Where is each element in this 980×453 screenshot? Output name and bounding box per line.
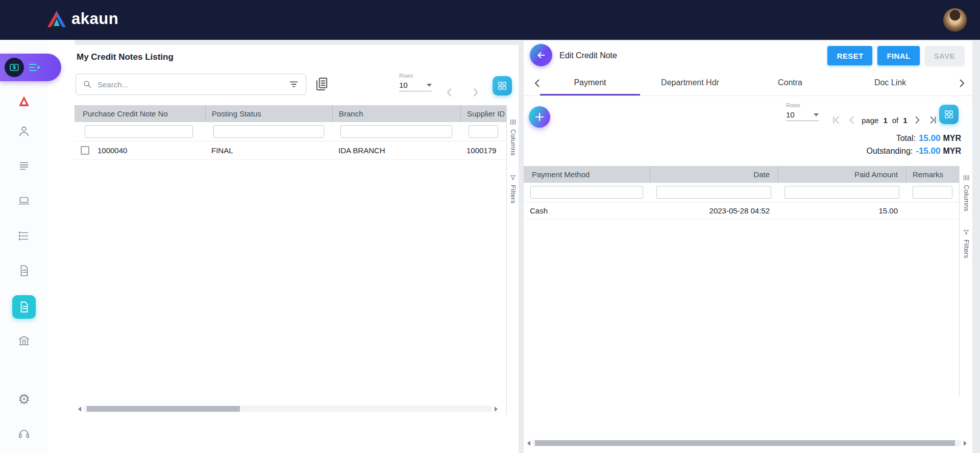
pagination: page 1 of 1 [831,113,938,127]
row-checkbox[interactable] [81,146,89,155]
sidebar-item-pdf[interactable] [14,91,34,111]
sidebar-item-documents[interactable] [14,260,34,281]
column-filter-input[interactable] [85,125,193,138]
columns-rail-button[interactable]: Columns [963,174,970,211]
sidebar-item-settings[interactable]: ⚙ [14,389,34,409]
sidebar-item-bank[interactable] [14,330,34,351]
action-buttons: RESET FINAL SAVE [827,46,964,65]
search-input[interactable] [96,80,284,89]
column-header[interactable]: Branch [332,105,460,122]
layout-grid-button[interactable] [493,76,512,96]
tab-contra[interactable]: Contra [740,70,840,96]
scrollbar-thumb[interactable] [535,440,955,446]
tab-department-hdr[interactable]: Department Hdr [640,70,740,96]
total-line: Total:15.00MYR [867,132,962,145]
sidebar-item-records[interactable] [14,226,34,246]
horizontal-scrollbar [525,439,969,447]
column-filter-input[interactable] [785,186,899,199]
funnel-icon [963,229,970,236]
scroll-left-arrow[interactable] [76,407,81,412]
table-side-rail: Columns Filters [506,105,519,414]
tab-payment[interactable]: Payment [540,70,640,96]
payments-table: Payment Method Date Paid Amount Remarks … [524,166,959,220]
svg-text:$: $ [12,64,16,70]
table-filter-row [524,183,959,202]
reset-button[interactable]: RESET [827,46,872,65]
last-page-button[interactable] [926,114,938,126]
layout-grid-button[interactable] [939,105,959,124]
table-row[interactable]: Cash 2023-05-28 04:52 15.00 [524,202,959,220]
filter-list-icon[interactable] [288,79,300,90]
cell-credit-note-no: 1000040 [97,146,127,155]
next-page-button[interactable] [469,86,482,99]
scrollbar-track[interactable] [533,440,961,446]
caret-down-icon [427,84,432,89]
column-filter-input[interactable] [913,186,952,199]
columns-icon [509,118,517,126]
rows-value: 10 [399,81,408,89]
filters-rail-label: Filters [509,185,517,204]
credit-notes-table: Purchase Credit Note No Posting Status B… [75,105,506,160]
cell-date: 2023-05-28 04:52 [650,206,778,215]
tab-doc-link[interactable]: Doc Link [840,70,940,96]
totals-summary: Total:15.00MYR Outstanding:-15.00MYR [867,132,962,157]
prev-page-button[interactable] [846,114,858,126]
rows-select[interactable]: 10 [399,81,432,91]
search-box [76,74,306,95]
scrollbar-track[interactable] [84,406,492,412]
grid-icon [944,109,954,120]
back-button[interactable] [530,44,552,66]
sidebar-item-credit-notes[interactable] [12,295,36,319]
rows-select[interactable]: 10 [786,110,819,121]
next-page-button[interactable] [911,114,923,126]
scroll-left-arrow[interactable] [525,441,530,446]
column-header[interactable]: Supplier ID [460,105,506,122]
column-header[interactable]: Remarks [906,166,959,183]
column-filter-input[interactable] [656,186,771,199]
table-header-row: Payment Method Date Paid Amount Remarks [524,166,959,183]
sidebar-item-profile[interactable] [14,121,34,141]
rows-label: Rows [399,73,433,79]
duplicate-pages-icon[interactable] [314,77,329,91]
column-filter-input[interactable] [530,186,643,199]
column-header[interactable]: Date [650,166,778,183]
total-label: Total: [896,134,916,142]
horizontal-scrollbar [76,405,500,413]
column-header[interactable]: Posting Status [205,105,332,122]
column-filter-input[interactable] [213,125,324,138]
document-icon [17,264,31,277]
outstanding-label: Outstanding: [867,147,913,155]
prev-page-button[interactable] [443,86,456,99]
brand-logo[interactable]: akaun [47,10,118,28]
sidebar-item-support[interactable] [14,423,34,444]
filters-rail-button[interactable]: Filters [509,174,517,204]
columns-rail-button[interactable]: Columns [509,118,517,156]
sidebar-item-device[interactable] [14,190,34,211]
save-button[interactable]: SAVE [925,46,964,65]
panel-title: Edit Credit Note [559,51,617,60]
funnel-icon [509,174,517,181]
first-page-button[interactable] [831,114,843,126]
filters-rail-button[interactable]: Filters [963,229,970,258]
column-header[interactable]: Purchase Credit Note No [75,105,205,122]
user-avatar[interactable] [943,8,967,32]
credit-notes-listing-panel: My Credit Notes Listing Rows 10 [75,45,519,453]
total-value: 15.00 [919,133,941,143]
scrollbar-thumb[interactable] [87,406,240,412]
scroll-right-arrow[interactable] [964,441,969,446]
gear-icon: ⚙ [18,392,30,406]
column-header[interactable]: Paid Amount [778,166,906,183]
table-row[interactable]: 1000040 FINAL IDA BRANCH 1000179 [75,141,506,160]
column-header[interactable]: Payment Method [524,166,650,183]
tabs-scroll-right-icon[interactable] [955,77,968,90]
column-filter-input[interactable] [340,125,452,138]
sidebar-item-listing[interactable] [14,156,34,176]
final-button[interactable]: FINAL [877,46,919,65]
column-filter-input[interactable] [469,125,498,138]
credit-note-document-icon [17,300,31,314]
workspace-pill[interactable]: $ [0,54,61,81]
add-payment-button[interactable] [529,106,550,128]
bullet-list-icon [17,229,31,243]
filters-rail-label: Filters [963,240,970,258]
scroll-right-arrow[interactable] [495,407,500,412]
